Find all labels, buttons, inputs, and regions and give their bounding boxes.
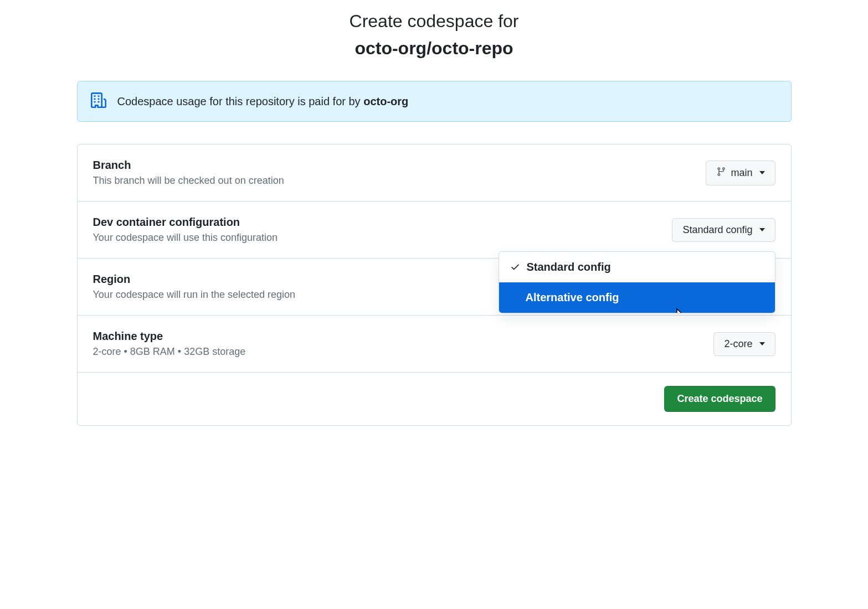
branch-row: Branch This branch will be checked out o… xyxy=(78,144,791,202)
page-header: Create codespace for octo-org/octo-repo xyxy=(77,11,792,59)
cursor-pointer-icon xyxy=(673,307,686,313)
caret-down-icon xyxy=(759,342,765,345)
git-branch-icon xyxy=(716,167,726,179)
caret-down-icon xyxy=(759,171,765,174)
dropdown-option-standard[interactable]: Standard config xyxy=(499,252,775,282)
create-codespace-button[interactable]: Create codespace xyxy=(664,386,775,412)
dropdown-option-alternative[interactable]: Alternative config xyxy=(499,282,775,313)
organization-icon xyxy=(91,92,106,110)
check-icon xyxy=(510,262,520,272)
machine-title: Machine type xyxy=(93,330,246,343)
page-title: Create codespace for xyxy=(77,11,792,32)
caret-down-icon xyxy=(759,228,765,231)
devcontainer-dropdown: Standard config Alternative config xyxy=(499,251,775,313)
repo-name: octo-org/octo-repo xyxy=(77,38,792,59)
branch-desc: This branch will be checked out on creat… xyxy=(93,175,284,187)
machine-desc: 2-core • 8GB RAM • 32GB storage xyxy=(93,346,246,358)
machine-selector-button[interactable]: 2-core xyxy=(713,332,775,356)
devcontainer-selector-button[interactable]: Standard config xyxy=(672,218,775,242)
options-panel: Branch This branch will be checked out o… xyxy=(77,144,792,426)
region-desc: Your codespace will run in the selected … xyxy=(93,289,296,301)
devcontainer-row: Dev container configuration Your codespa… xyxy=(78,202,791,259)
banner-text: Codespace usage for this repository is p… xyxy=(117,95,409,108)
branch-title: Branch xyxy=(93,159,284,172)
devcontainer-title: Dev container configuration xyxy=(93,216,278,229)
devcontainer-desc: Your codespace will use this configurati… xyxy=(93,232,278,244)
machine-row: Machine type 2-core • 8GB RAM • 32GB sto… xyxy=(78,316,791,373)
usage-banner: Codespace usage for this repository is p… xyxy=(77,81,792,122)
footer-row: Create codespace xyxy=(78,373,791,425)
region-title: Region xyxy=(93,273,296,286)
branch-selector-button[interactable]: main xyxy=(706,161,775,185)
